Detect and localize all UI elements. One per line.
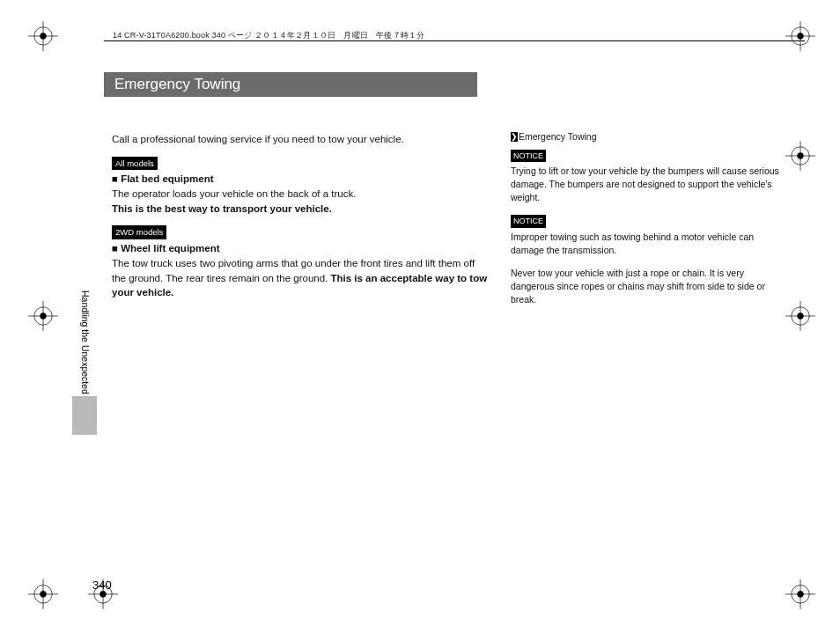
subheading-wheel-lift: ■ Wheel lift equipment [112, 243, 220, 254]
registration-mark-icon [785, 301, 815, 331]
wheel-lift-paragraph: The tow truck uses two pivoting arms tha… [112, 256, 490, 300]
intro-text: Call a professional towing service if yo… [112, 132, 490, 147]
registration-mark-icon [28, 21, 58, 51]
thumb-tab [72, 396, 97, 435]
registration-mark-icon [785, 579, 815, 609]
registration-mark-icon [28, 301, 58, 331]
notice-tag: NOTICE [511, 215, 546, 228]
section-label-vertical: Handling the Unexpected [80, 290, 91, 394]
main-content: Call a professional towing service if yo… [112, 132, 490, 309]
page-title: Emergency Towing [104, 72, 477, 97]
sidebar-heading-text: Emergency Towing [519, 131, 597, 142]
notice-text-2: Improper towing such as towing behind a … [511, 231, 784, 256]
flatbed-best-way: This is the best way to transport your v… [112, 203, 332, 214]
flatbed-paragraph: The operator loads your vehicle on the b… [112, 187, 490, 216]
model-tag-2wd: 2WD models [112, 225, 166, 239]
sidebar-heading: ❯Emergency Towing [511, 130, 784, 143]
chevron-icon: ❯ [511, 132, 518, 142]
page-number: 340 [92, 578, 112, 592]
manual-page: 14 CR-V-31T0A6200.book 340 ページ ２０１４年２月１０… [0, 0, 840, 632]
subheading-flatbed: ■ Flat bed equipment [112, 173, 214, 184]
rope-chain-warning: Never tow your vehicle with just a rope … [511, 267, 784, 305]
notice-text-1: Trying to lift or tow your vehicle by th… [511, 165, 784, 203]
registration-mark-icon [785, 141, 815, 171]
header-rule [104, 40, 805, 41]
registration-mark-icon [785, 21, 815, 51]
flatbed-text: The operator loads your vehicle on the b… [112, 188, 356, 199]
notice-tag: NOTICE [511, 150, 546, 163]
registration-mark-icon [28, 579, 58, 609]
sidebar-content: ❯Emergency Towing NOTICE Trying to lift … [511, 130, 784, 316]
model-tag-all: All models [112, 157, 158, 171]
